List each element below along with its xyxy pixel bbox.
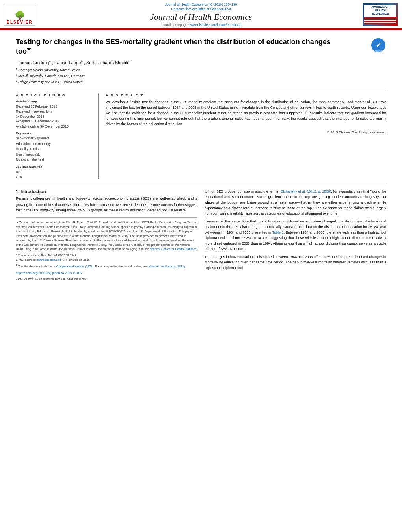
journal-header-center: Journal of Health Economics 46 (2016) 12…	[39, 2, 363, 27]
email-label: E-mail address:	[16, 258, 36, 261]
nchs-link[interactable]: National Center for Health Statistics	[149, 247, 196, 251]
jel-codes: I14C14	[16, 169, 93, 180]
received-date: Received 20 February 2015	[16, 104, 93, 109]
keywords-list: SES-mortality gradient Education and mor…	[16, 136, 93, 163]
jhe-logo-inner: JOURNAL OFHEALTHECONOMICS	[364, 5, 396, 16]
jel-heading: JEL classification:	[16, 165, 93, 169]
body-section: 1. Introduction Persistent differences i…	[16, 185, 386, 281]
intro-heading: 1. Introduction	[16, 189, 197, 194]
body-right-para2: However, at the same time that mortality…	[205, 219, 386, 252]
jhe-bars	[364, 17, 396, 24]
issn-line: 0167-6296/© 2015 Elsevier B.V. All right…	[16, 276, 197, 281]
footnote-star: ★ We are grateful for comments from Elle…	[16, 220, 197, 252]
homepage-label: journal homepage:	[161, 23, 188, 27]
contents-line: Contents lists available at ScienceDirec…	[43, 7, 359, 11]
svg-text:CrossMark: CrossMark	[374, 50, 383, 52]
article-info-abstract: A R T I C L E I N F O Article history: R…	[16, 89, 386, 179]
elsevier-text: ELSEVIER	[7, 20, 32, 24]
body-col-right: to high SES groups, but also in absolute…	[205, 189, 386, 281]
kitagawa-link[interactable]: Kitagawa and Hauser (1973)	[56, 265, 93, 268]
journal-small-ref: Journal of Health Economics 46 (2016) 12…	[43, 2, 359, 6]
crossmark-icon: ✓ CrossMark	[370, 37, 386, 53]
article-star: ★	[27, 46, 31, 52]
intro-para1: Persistent differences in health and lon…	[16, 196, 197, 213]
revised-label: Received in revised form	[16, 109, 93, 114]
hummer-link[interactable]: Hummer and Lariscy (2011)	[148, 265, 185, 268]
main-content: Testing for changes in the SES-mortality…	[0, 30, 402, 285]
affil-b: b McGill University, Canada and IZA, Ger…	[16, 73, 386, 79]
copyright-line: © 2015 Elsevier B.V. All rights reserved…	[106, 130, 386, 134]
keywords-heading: Keywords:	[16, 132, 93, 135]
email-link[interactable]: setlrs@lehigh.edu	[37, 258, 61, 261]
keyword-4: Health inequality	[16, 152, 93, 158]
sciencedirect-link[interactable]: ScienceDirect	[210, 7, 231, 11]
article-title-section: Testing for changes in the SES-mortality…	[16, 37, 386, 56]
elsevier-logo-container: 🌳 ELSEVIER	[4, 4, 39, 26]
abstract-col: A B S T R A C T We develop a flexible te…	[106, 93, 386, 179]
affiliations: a Carnegie Mellon University, United Sta…	[16, 67, 386, 84]
body-right-para3: The changes in how education is distribu…	[205, 254, 386, 271]
author-a-sup: a	[49, 59, 50, 63]
affil-c: c Lehigh University and NBER, United Sta…	[16, 79, 386, 85]
article-info-col: A R T I C L E I N F O Article history: R…	[16, 93, 99, 179]
homepage-url[interactable]: www.elsevier.com/locate/econbase	[189, 23, 241, 27]
elsevier-tree-icon: 🌳	[15, 11, 25, 20]
footnote-1: 1 The literature originates with Kitagaw…	[16, 263, 197, 269]
online-date: Available online 30 December 2015	[16, 124, 93, 129]
revised-date: 14 December 2015	[16, 114, 93, 119]
affil-a: a Carnegie Mellon University, United Sta…	[16, 67, 386, 73]
footnote-email: E-mail address: setlrs@lehigh.edu (S. Ri…	[16, 258, 197, 262]
footnote-star-text: We are grateful for comments from Ellen …	[16, 221, 197, 251]
keyword-5: Nonparametric test	[16, 157, 93, 163]
author-b-sup: b	[81, 59, 82, 63]
keyword-2: Education and mortality	[16, 141, 93, 147]
abstract-text: We develop a flexible test for changes i…	[106, 100, 386, 127]
article-title: Testing for changes in the SES-mortality…	[16, 37, 339, 56]
author-goldring: Thomas Goldring	[16, 60, 49, 65]
author-richards: , Seth Richards-Shubik	[84, 60, 128, 65]
crossmark-svg: ✓ CrossMark	[370, 37, 386, 53]
body-right-para1: to high SES groups, but also in absolute…	[205, 189, 386, 217]
doi-line[interactable]: http://dx.doi.org/10.1016/j.jhealeco.201…	[16, 271, 197, 276]
jhe-logo: JOURNAL OFHEALTHECONOMICS	[363, 3, 398, 26]
abstract-heading: A B S T R A C T	[106, 93, 386, 97]
svg-text:✓: ✓	[376, 41, 382, 49]
authors-line: Thomas Goldringa , Fabian Langeb , Seth …	[16, 59, 386, 65]
author-lange: , Fabian Lange	[52, 60, 81, 65]
elsevier-logo: 🌳 ELSEVIER	[4, 4, 35, 26]
table1-link[interactable]: Table 1	[272, 230, 284, 234]
article-history-label: Article history:	[16, 100, 93, 103]
article-info-heading: A R T I C L E I N F O	[16, 93, 93, 97]
keyword-3: Mortality trends	[16, 146, 93, 152]
footnote-corresponding: * Corresponding author. Tel.: +1 610 758…	[16, 253, 197, 258]
journal-title: Journal of Health Economics	[43, 12, 359, 22]
journal-homepage: journal homepage: www.elsevier.com/locat…	[43, 23, 359, 27]
author-c-sup: c,*	[128, 59, 132, 63]
journal-header: 🌳 ELSEVIER Journal of Health Economics 4…	[0, 0, 402, 29]
keyword-1: SES-mortality gradient	[16, 136, 93, 141]
jhe-logo-text: JOURNAL OFHEALTHECONOMICS	[365, 6, 396, 15]
article-title-text: Testing for changes in the SES-mortality…	[16, 38, 331, 55]
olshansky-link[interactable]: Olshansky et al. (2012, p. 1808)	[280, 189, 331, 193]
footnote-section: ★ We are grateful for comments from Elle…	[16, 217, 197, 281]
email-owner: (S. Richards-Shubik).	[61, 258, 89, 261]
body-col-left: 1. Introduction Persistent differences i…	[16, 189, 197, 281]
accepted-date: Accepted 16 December 2015	[16, 119, 93, 124]
